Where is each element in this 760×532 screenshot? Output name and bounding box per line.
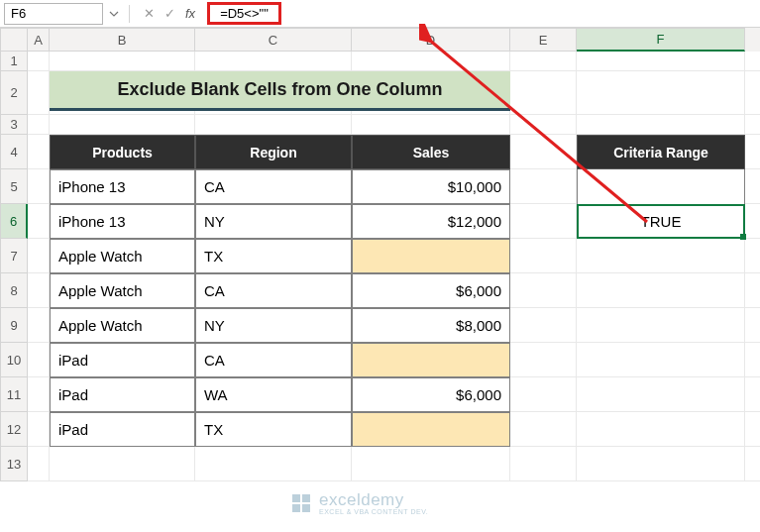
cell-product[interactable]: iPhone 13: [50, 169, 195, 204]
watermark-logo-icon: [289, 491, 313, 515]
cell-product[interactable]: iPad: [50, 343, 195, 377]
cell-product[interactable]: iPad: [50, 377, 195, 412]
spreadsheet-grid: A B C D E F 1 2 3 4 5 6 7 8 9 10 11 12 1…: [0, 28, 760, 481]
cell-region[interactable]: NY: [195, 204, 352, 239]
row-header-3[interactable]: 3: [0, 115, 28, 135]
cell-sales[interactable]: [352, 412, 510, 447]
table-row[interactable]: Apple Watch CA $6,000: [50, 273, 510, 308]
cell-sales[interactable]: $6,000: [352, 377, 510, 412]
cell-sales[interactable]: $12,000: [352, 204, 510, 239]
table-header-region: Region: [195, 135, 352, 169]
table-row[interactable]: Apple Watch TX: [50, 239, 510, 273]
col-header-F[interactable]: F: [577, 28, 745, 52]
cell-product[interactable]: Apple Watch: [50, 308, 195, 343]
row-header-11[interactable]: 11: [0, 377, 28, 412]
svg-rect-3: [292, 504, 300, 512]
svg-rect-1: [292, 494, 300, 502]
criteria-value-cell[interactable]: TRUE: [577, 204, 745, 239]
row-headers: 1 2 3 4 5 6 7 8 9 10 11 12 13: [0, 52, 28, 481]
name-box[interactable]: F6: [4, 3, 103, 25]
cell-region[interactable]: CA: [195, 169, 352, 204]
cell-product[interactable]: iPhone 13: [50, 204, 195, 239]
cells-area[interactable]: Exclude Blank Cells from One Column Prod…: [28, 52, 760, 481]
cell-region[interactable]: TX: [195, 239, 352, 273]
svg-rect-4: [302, 504, 310, 512]
accept-formula-icon[interactable]: ✓: [164, 6, 175, 21]
table-header-products: Products: [50, 135, 195, 169]
table-row[interactable]: iPhone 13 CA $10,000: [50, 169, 510, 204]
fx-icon[interactable]: fx: [185, 6, 195, 21]
table-row[interactable]: iPad WA $6,000: [50, 377, 510, 412]
cell-region[interactable]: CA: [195, 273, 352, 308]
row-header-6[interactable]: 6: [0, 204, 28, 239]
formula-bar: F6 ✕ ✓ fx =D5<>"": [0, 0, 760, 28]
cell-region[interactable]: NY: [195, 308, 352, 343]
watermark: exceldemy EXCEL & VBA CONTENT DEV.: [289, 491, 428, 515]
row-header-12[interactable]: 12: [0, 412, 28, 447]
row-header-8[interactable]: 8: [0, 273, 28, 308]
watermark-tagline: EXCEL & VBA CONTENT DEV.: [319, 508, 428, 515]
cell-sales[interactable]: $10,000: [352, 169, 510, 204]
col-header-B[interactable]: B: [50, 28, 195, 52]
col-header-C[interactable]: C: [195, 28, 352, 52]
row-header-10[interactable]: 10: [0, 343, 28, 377]
title-banner: Exclude Blank Cells from One Column: [50, 71, 510, 111]
cell-sales[interactable]: [352, 343, 510, 377]
cell-sales[interactable]: $6,000: [352, 273, 510, 308]
cell-region[interactable]: WA: [195, 377, 352, 412]
criteria-range: Criteria Range TRUE: [577, 135, 745, 239]
cell-sales[interactable]: [352, 239, 510, 273]
row-header-2[interactable]: 2: [0, 71, 28, 115]
row-header-7[interactable]: 7: [0, 239, 28, 273]
col-header-A[interactable]: A: [28, 28, 50, 52]
col-header-D[interactable]: D: [352, 28, 510, 52]
row-header-5[interactable]: 5: [0, 169, 28, 204]
cell-product[interactable]: Apple Watch: [50, 239, 195, 273]
table-row[interactable]: Apple Watch NY $8,000: [50, 308, 510, 343]
criteria-header: Criteria Range: [577, 135, 745, 169]
watermark-brand: exceldemy: [319, 491, 428, 508]
table-header-sales: Sales: [352, 135, 510, 169]
chevron-down-icon[interactable]: [105, 9, 123, 19]
col-header-E[interactable]: E: [510, 28, 577, 52]
svg-rect-2: [302, 494, 310, 502]
row-header-1[interactable]: 1: [0, 52, 28, 71]
formula-input[interactable]: =D5<>"": [214, 4, 274, 23]
row-header-13[interactable]: 13: [0, 447, 28, 481]
cell-region[interactable]: CA: [195, 343, 352, 377]
data-table: Products Region Sales iPhone 13 CA $10,0…: [50, 135, 510, 447]
table-row[interactable]: iPad TX: [50, 412, 510, 447]
criteria-blank-cell[interactable]: [577, 169, 745, 204]
table-row[interactable]: iPhone 13 NY $12,000: [50, 204, 510, 239]
cell-product[interactable]: iPad: [50, 412, 195, 447]
column-headers: A B C D E F: [0, 28, 760, 52]
table-row[interactable]: iPad CA: [50, 343, 510, 377]
cancel-formula-icon[interactable]: ✕: [144, 6, 155, 21]
cell-product[interactable]: Apple Watch: [50, 273, 195, 308]
row-header-4[interactable]: 4: [0, 135, 28, 169]
row-header-9[interactable]: 9: [0, 308, 28, 343]
cell-region[interactable]: TX: [195, 412, 352, 447]
cell-sales[interactable]: $8,000: [352, 308, 510, 343]
select-all-corner[interactable]: [0, 28, 28, 52]
